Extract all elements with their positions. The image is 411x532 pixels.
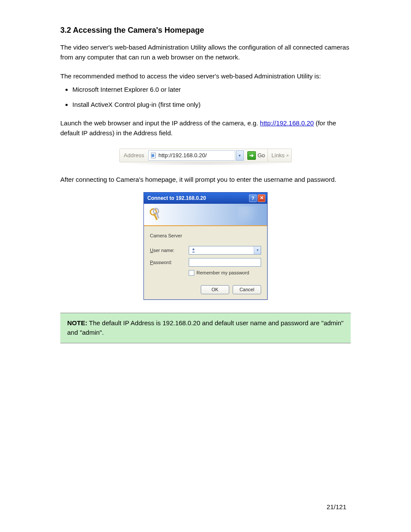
- go-label: Go: [258, 152, 265, 159]
- auth-dialog: Connect to 192.168.0.20 ? ✕ Camera: [143, 192, 268, 300]
- help-button[interactable]: ?: [249, 194, 257, 202]
- section-title: 3.2 Accessing the Camera's Homepage: [60, 26, 351, 35]
- intro-paragraph: The video server's web-based Administrat…: [60, 43, 351, 62]
- after-launch-text: After connecting to Camera's homepage, i…: [60, 174, 351, 184]
- remember-checkbox[interactable]: [189, 270, 194, 276]
- svg-point-6: [193, 249, 194, 250]
- address-dropdown-icon[interactable]: ▾: [236, 150, 244, 161]
- keys-icon: [148, 207, 164, 222]
- username-combobox[interactable]: ▾: [189, 246, 261, 255]
- chevrons-icon: »: [286, 153, 289, 158]
- server-label: Camera Server: [150, 233, 261, 238]
- go-arrow-icon: ➔: [247, 151, 256, 160]
- address-label: Address: [120, 149, 148, 162]
- note-prefix: NOTE:: [67, 319, 87, 327]
- launch-instruction: Launch the web browser and input the IP …: [60, 118, 351, 138]
- ie-page-icon: [151, 152, 157, 159]
- go-button[interactable]: ➔ Go: [245, 149, 268, 162]
- links-text: Links: [271, 152, 284, 159]
- requirements-intro: The recommended method to access the vid…: [60, 72, 351, 80]
- dialog-titlebar: Connect to 192.168.0.20 ? ✕: [144, 193, 267, 204]
- user-icon: [190, 247, 196, 253]
- chevron-down-icon[interactable]: ▾: [254, 246, 261, 254]
- address-field[interactable]: http://192.168.0.20/: [148, 150, 235, 161]
- password-input[interactable]: [189, 258, 261, 267]
- requirements-list: Microsoft Internet Explorer 6.0 or later…: [60, 85, 351, 109]
- note-body: The default IP Address is 192.168.0.20 a…: [67, 319, 343, 336]
- ok-button[interactable]: OK: [201, 285, 229, 294]
- close-button[interactable]: ✕: [258, 194, 265, 202]
- note-box: NOTE: The default IP Address is 192.168.…: [60, 313, 351, 343]
- links-label[interactable]: Links »: [268, 149, 291, 162]
- list-item: Install ActiveX Control plug-in (first t…: [72, 100, 351, 110]
- cancel-button[interactable]: Cancel: [233, 285, 261, 294]
- page-number: 21/121: [327, 503, 346, 510]
- launch-text-prefix: Launch the web browser and input the IP …: [60, 119, 260, 127]
- list-item: Microsoft Internet Explorer 6.0 or later: [72, 85, 351, 95]
- username-label: User name:: [150, 248, 189, 253]
- svg-point-1: [152, 154, 154, 156]
- example-ip-link[interactable]: http://192.168.0.20: [260, 119, 314, 127]
- dialog-banner: [144, 204, 267, 226]
- remember-label: Remember my password: [196, 270, 249, 275]
- address-url-text: http://192.168.0.20/: [159, 152, 233, 159]
- password-label: Password:: [150, 260, 189, 265]
- address-bar: Address http://192.168.0.20/ ▾ ➔ Go Link…: [119, 149, 292, 162]
- dialog-title: Connect to 192.168.0.20: [147, 195, 249, 201]
